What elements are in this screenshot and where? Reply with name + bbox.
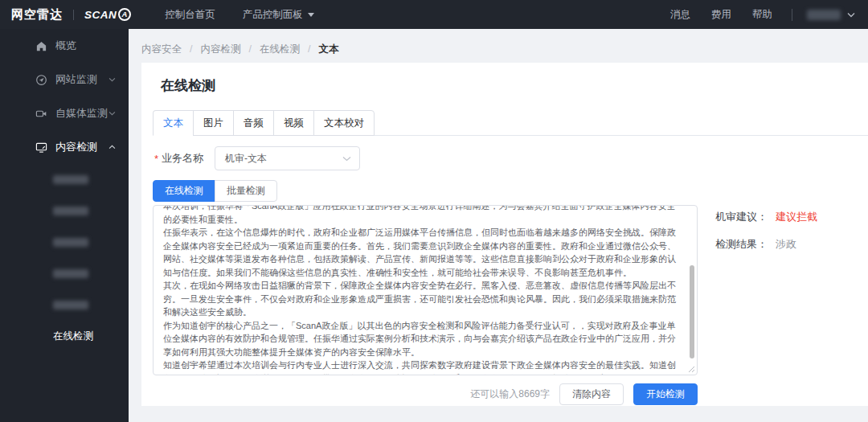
breadcrumb-item[interactable]: 内容检测 xyxy=(182,43,240,56)
sidebar-item-label: 网站监测 xyxy=(55,72,97,87)
required-mark: * xyxy=(154,153,158,165)
sidebar-item-overview[interactable]: 概览 xyxy=(0,29,129,63)
redacted-label xyxy=(53,175,88,184)
detection-verdict-label: 检测结果： xyxy=(715,237,768,252)
home-icon xyxy=(35,40,47,52)
detection-verdict-value: 涉政 xyxy=(776,237,796,252)
batch-detect-mode-button[interactable]: 批量检测 xyxy=(215,180,277,202)
start-detect-button[interactable]: 开始检测 xyxy=(633,383,698,405)
business-name-select[interactable]: 机审-文本 xyxy=(215,146,360,170)
app-window: 网空雷达 SCAN A 控制台首页 产品控制面板 消息 费用 帮助 xyxy=(0,0,868,422)
tab-image[interactable]: 图片 xyxy=(193,110,234,136)
detect-text-input[interactable]: 本次培训，任振华将「ScanA政企版」应用在政企行业的内容安全场景进行详细阐述，… xyxy=(153,205,698,375)
online-detect-mode-button[interactable]: 在线检测 xyxy=(153,180,215,202)
resize-handle[interactable] xyxy=(688,366,695,373)
redacted-label xyxy=(53,207,88,215)
detect-text-content: 本次培训，任振华将「ScanA政企版」应用在政企行业的内容安全场景进行详细阐述，… xyxy=(154,205,697,375)
username-redacted xyxy=(807,10,841,20)
breadcrumb-item[interactable]: 在线检测 xyxy=(240,43,299,56)
logo-a-badge: A xyxy=(118,8,131,21)
sidebar-item-label: 概览 xyxy=(55,39,76,53)
breadcrumb-item[interactable]: 内容安全 xyxy=(141,43,182,56)
user-menu[interactable] xyxy=(807,10,855,20)
breadcrumb-current: 文本 xyxy=(300,43,338,56)
nav-billing[interactable]: 费用 xyxy=(711,8,731,22)
detection-verdict-row: 检测结果： 涉政 xyxy=(715,237,817,252)
sidebar-subitem-online-detection[interactable]: 在线检测 xyxy=(0,321,129,352)
page-title: 在线检测 xyxy=(161,76,215,95)
chevron-down-icon xyxy=(108,111,116,116)
sidebar-item-label: 内容检测 xyxy=(55,140,97,154)
tab-video[interactable]: 视频 xyxy=(273,110,314,136)
textarea-footer: 还可以输入8669字 清除内容 开始检测 xyxy=(153,383,698,405)
nav-product-panel[interactable]: 产品控制面板 xyxy=(243,8,314,22)
sidebar-item-selfmedia-monitoring[interactable]: 自媒体监测 xyxy=(0,96,129,130)
nav-console-home[interactable]: 控制台首页 xyxy=(165,8,215,22)
nav-messages[interactable]: 消息 xyxy=(670,8,690,22)
redacted-label xyxy=(53,269,88,278)
detection-type-tabs: 文本 图片 音频 视频 文本校对 xyxy=(153,110,868,136)
redacted-label xyxy=(53,301,88,309)
remaining-count: 还可以输入8669字 xyxy=(470,387,550,401)
sidebar-item-content-detection[interactable]: 内容检测 xyxy=(0,130,129,164)
machine-suggestion-label: 机审建议： xyxy=(715,210,768,224)
caret-down-icon xyxy=(308,13,314,17)
detection-result-panel: 机审建议： 建议拦截 检测结果： 涉政 xyxy=(715,210,817,264)
tab-text-proofread[interactable]: 文本校对 xyxy=(313,110,375,136)
sidebar-subitem-label: 在线检测 xyxy=(53,330,93,343)
sidebar: 概览 网站监测 自媒体监测 内容检测 xyxy=(0,29,129,422)
business-name-label: 业务名称 xyxy=(162,151,203,166)
sidebar-item-website-monitoring[interactable]: 网站监测 xyxy=(0,63,129,96)
textarea-scrollbar[interactable] xyxy=(690,265,694,358)
sidebar-subitem-redacted[interactable] xyxy=(0,164,129,195)
tab-audio[interactable]: 音频 xyxy=(233,110,274,136)
content-card: 在线检测 文本 图片 音频 视频 文本校对 * 业务名称 机审-文本 xyxy=(141,63,868,406)
nav-divider xyxy=(792,9,792,21)
top-navbar: 网空雷达 SCAN A 控制台首页 产品控制面板 消息 费用 帮助 xyxy=(0,0,868,29)
sidebar-item-label: 自媒体监测 xyxy=(55,106,108,121)
chevron-down-icon xyxy=(847,12,855,18)
clear-content-button[interactable]: 清除内容 xyxy=(559,383,624,405)
machine-suggestion-row: 机审建议： 建议拦截 xyxy=(715,210,817,224)
chevron-down-icon xyxy=(342,156,351,162)
business-name-row: * 业务名称 机审-文本 xyxy=(154,146,360,170)
brand-divider xyxy=(73,10,74,20)
nav-product-panel-label: 产品控制面板 xyxy=(243,8,303,22)
chevron-down-icon xyxy=(108,77,116,82)
tab-text[interactable]: 文本 xyxy=(153,110,194,136)
sidebar-subitem-redacted[interactable] xyxy=(0,289,129,321)
main-area: 内容安全 内容检测 在线检测 文本 在线检测 文本 图片 音频 视频 文本校对 … xyxy=(129,29,868,422)
chevron-up-icon xyxy=(108,145,116,150)
redacted-label xyxy=(53,238,88,247)
brand-name: 网空雷达 xyxy=(11,7,63,23)
top-menu: 控制台首页 产品控制面板 xyxy=(165,8,342,22)
logo-text: SCAN xyxy=(84,9,117,21)
business-name-value: 机审-文本 xyxy=(225,152,267,166)
sidebar-subitem-redacted[interactable] xyxy=(0,195,129,227)
sidebar-subitem-redacted[interactable] xyxy=(0,227,129,258)
breadcrumb: 内容安全 内容检测 在线检测 文本 xyxy=(141,43,338,56)
sidebar-subitem-redacted[interactable] xyxy=(0,258,129,289)
content-detection-icon xyxy=(35,141,47,154)
website-monitor-icon xyxy=(35,74,47,86)
media-monitor-icon xyxy=(35,108,47,120)
machine-suggestion-value: 建议拦截 xyxy=(776,210,817,224)
nav-help[interactable]: 帮助 xyxy=(752,8,772,22)
detect-mode-toggle: 在线检测 批量检测 xyxy=(153,180,277,202)
scana-logo: SCAN A xyxy=(84,8,131,21)
